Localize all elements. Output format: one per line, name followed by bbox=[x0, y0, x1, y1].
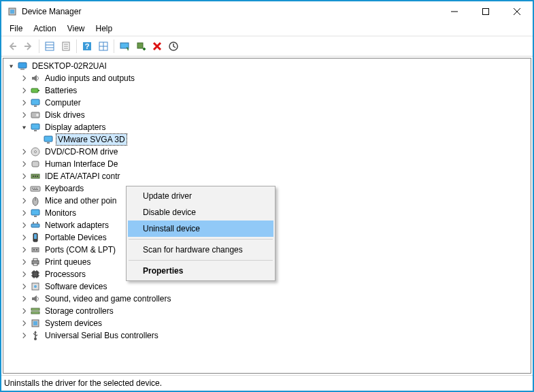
tree-row[interactable]: IDE ATA/ATAPI contr bbox=[3, 170, 531, 182]
dvd-icon bbox=[30, 146, 41, 157]
expand-icon[interactable] bbox=[19, 244, 30, 255]
tree-row[interactable]: Storage controllers bbox=[3, 305, 531, 317]
collapse-icon[interactable] bbox=[19, 122, 30, 133]
help-icon[interactable] bbox=[79, 38, 95, 54]
tree-label[interactable]: Network adapters bbox=[44, 220, 110, 231]
tree-label[interactable]: Display adapters bbox=[44, 122, 107, 133]
uninstall-icon[interactable] bbox=[149, 38, 165, 54]
expand-icon[interactable] bbox=[19, 220, 30, 231]
close-button[interactable] bbox=[501, 1, 533, 22]
show-all-icon[interactable] bbox=[41, 38, 58, 54]
context-item-properties[interactable]: Properties bbox=[128, 263, 273, 279]
network-icon bbox=[30, 220, 41, 231]
update-driver-icon[interactable] bbox=[165, 38, 182, 54]
context-item-scan-for-hardware-changes[interactable]: Scan for hardware changes bbox=[128, 242, 273, 258]
tree-row[interactable]: Disk drives bbox=[3, 109, 531, 121]
context-item-disable-device[interactable]: Disable device bbox=[128, 204, 273, 220]
tree-label[interactable]: Print queues bbox=[44, 257, 92, 267]
show-hidden-icon[interactable] bbox=[95, 38, 112, 54]
tree-row[interactable]: Batteries bbox=[3, 84, 531, 97]
status-text: Uninstalls the driver for the selected d… bbox=[4, 378, 162, 388]
scan-hardware-icon[interactable] bbox=[116, 38, 133, 54]
back-icon bbox=[4, 38, 20, 54]
context-menu: Update driverDisable deviceUninstall dev… bbox=[126, 186, 276, 281]
tree-label[interactable]: DVD/CD-ROM drive bbox=[44, 146, 119, 157]
tree-label[interactable]: Computer bbox=[44, 97, 82, 108]
tree-label[interactable]: Storage controllers bbox=[44, 306, 115, 316]
expand-icon[interactable] bbox=[19, 232, 30, 243]
expand-icon[interactable] bbox=[19, 171, 30, 182]
menu-action[interactable]: Action bbox=[28, 23, 61, 34]
expand-icon[interactable] bbox=[19, 208, 30, 218]
tree-label[interactable]: Human Interface De bbox=[44, 159, 119, 169]
expand-icon[interactable] bbox=[19, 281, 30, 292]
cpu-icon bbox=[30, 269, 41, 280]
system-icon bbox=[30, 318, 41, 329]
expand-icon[interactable] bbox=[19, 269, 30, 280]
collapse-icon[interactable] bbox=[6, 61, 17, 71]
computer-icon bbox=[17, 61, 28, 71]
tree-row[interactable]: Human Interface De bbox=[3, 158, 531, 170]
tree-label[interactable]: Portable Devices bbox=[44, 232, 108, 243]
tree-label[interactable]: Batteries bbox=[44, 85, 78, 96]
menu-view[interactable]: View bbox=[62, 23, 90, 34]
tree-label[interactable]: Sound, video and game controllers bbox=[44, 293, 172, 304]
tree-row[interactable]: DESKTOP-02R2UAI bbox=[3, 60, 531, 72]
tree-row[interactable]: DVD/CD-ROM drive bbox=[3, 146, 531, 158]
tree-label[interactable]: Processors bbox=[44, 269, 87, 280]
tree-row[interactable]: System devices bbox=[3, 317, 531, 329]
expand-icon[interactable] bbox=[19, 306, 30, 316]
expand-icon[interactable] bbox=[19, 110, 30, 120]
tree-label[interactable]: Universal Serial Bus controllers bbox=[44, 330, 160, 341]
speaker-icon bbox=[30, 73, 41, 84]
tree-label[interactable]: System devices bbox=[44, 318, 103, 329]
tree-row[interactable]: Computer bbox=[3, 97, 531, 109]
titlebar: Device Manager bbox=[1, 1, 533, 22]
tree-label[interactable]: Ports (COM & LPT) bbox=[44, 244, 117, 255]
maximize-button[interactable] bbox=[470, 1, 501, 22]
tree-label[interactable]: Mice and other poin bbox=[44, 195, 118, 206]
expand-icon[interactable] bbox=[19, 97, 30, 108]
tree-row[interactable]: Universal Serial Bus controllers bbox=[3, 329, 531, 342]
tree-label[interactable]: DESKTOP-02R2UAI bbox=[31, 61, 108, 71]
tree-label[interactable]: Disk drives bbox=[44, 110, 86, 120]
tree-row[interactable]: Software devices bbox=[3, 280, 531, 293]
tree-row[interactable]: Display adapters bbox=[3, 121, 531, 133]
expand-icon[interactable] bbox=[19, 293, 30, 304]
disk-icon bbox=[30, 110, 41, 120]
tree-label[interactable]: IDE ATA/ATAPI contr bbox=[44, 171, 121, 182]
expand-icon[interactable] bbox=[19, 159, 30, 169]
menu-help[interactable]: Help bbox=[90, 23, 118, 34]
storage-icon bbox=[30, 306, 41, 316]
tree-label[interactable]: Software devices bbox=[44, 281, 108, 292]
tree-row[interactable]: Sound, video and game controllers bbox=[3, 293, 531, 305]
software-icon bbox=[30, 281, 41, 292]
context-separator bbox=[129, 260, 273, 261]
menubar: File Action View Help bbox=[1, 22, 533, 36]
monitor-icon bbox=[30, 122, 41, 133]
expand-icon[interactable] bbox=[19, 330, 30, 341]
expand-icon[interactable] bbox=[19, 85, 30, 96]
expand-icon[interactable] bbox=[19, 73, 30, 84]
tree-label[interactable]: Keyboards bbox=[44, 183, 85, 194]
add-legacy-icon[interactable] bbox=[133, 38, 149, 54]
expand-icon[interactable] bbox=[19, 146, 30, 157]
tree-row[interactable]: VMware SVGA 3D bbox=[3, 133, 531, 146]
expand-icon[interactable] bbox=[19, 257, 30, 267]
app-icon bbox=[7, 6, 18, 17]
expand-icon[interactable] bbox=[19, 195, 30, 206]
expand-icon[interactable] bbox=[19, 318, 30, 329]
tree-label[interactable]: Monitors bbox=[44, 208, 78, 218]
menu-file[interactable]: File bbox=[4, 23, 28, 34]
tree-row[interactable]: Audio inputs and outputs bbox=[3, 72, 531, 84]
speaker-icon bbox=[30, 293, 41, 304]
minimize-button[interactable] bbox=[439, 1, 470, 22]
context-item-uninstall-device[interactable]: Uninstall device bbox=[128, 220, 273, 237]
tree-label[interactable]: Audio inputs and outputs bbox=[44, 73, 136, 84]
tree-label[interactable]: VMware SVGA 3D bbox=[56, 134, 127, 145]
expand-icon[interactable] bbox=[19, 183, 30, 194]
properties-icon[interactable] bbox=[58, 38, 74, 54]
context-item-update-driver[interactable]: Update driver bbox=[128, 188, 273, 204]
monitor-icon bbox=[30, 97, 41, 108]
printer-icon bbox=[30, 257, 41, 267]
